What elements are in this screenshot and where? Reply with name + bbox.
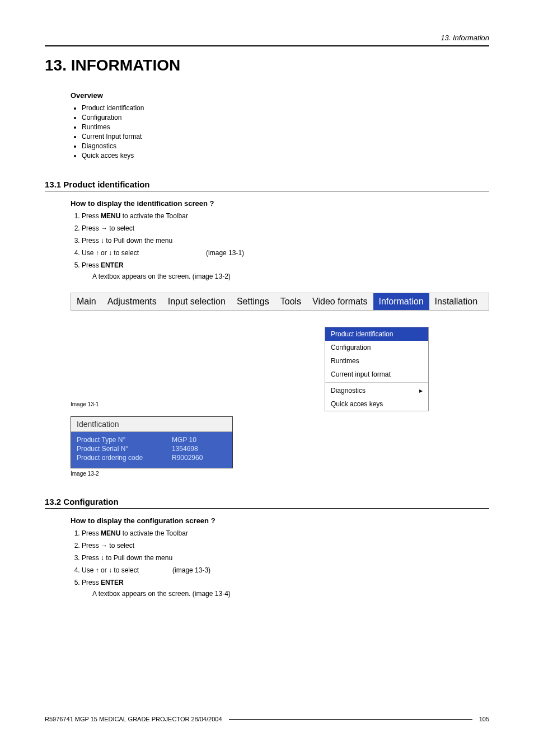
image-caption-13-2: Image 13-2 [71, 471, 489, 477]
id-value: MGP 10 [172, 436, 196, 444]
menu-item-tools[interactable]: Tools [275, 293, 307, 310]
overview-list: Product identification Configuration Run… [71, 104, 489, 159]
dialog-title: Identfication [71, 417, 232, 432]
step: Press ↓ to Pull down the menu [82, 554, 489, 562]
menu-item-video-formats[interactable]: Video formats [307, 293, 373, 310]
footer-doc-ref: R5976741 MGP 15 MEDICAL GRADE PROJECTOR … [45, 716, 222, 722]
step: Use ↑ or ↓ to select(image 13-1) [82, 249, 489, 257]
step-note: A textbox appears on the screen. (image … [92, 590, 489, 598]
list-item: Runtimes [82, 123, 489, 131]
list-item: Configuration [82, 114, 489, 121]
id-label: Product ordering code [77, 454, 172, 462]
dropdown-separator [325, 382, 428, 383]
list-item: Current Input format [82, 133, 489, 140]
overview-heading: Overview [71, 91, 489, 100]
id-value: R9002960 [172, 454, 203, 462]
menu-screenshot: Main Adjustments Input selection Setting… [71, 293, 489, 399]
step-note: A textbox appears on the screen. (image … [92, 273, 489, 280]
step: Press ENTER A textbox appears on the scr… [82, 261, 489, 280]
id-row: Product ordering codeR9002960 [71, 453, 232, 462]
menu-item-information[interactable]: Information [373, 293, 429, 310]
dropdown-item-diagnostics[interactable]: Diagnostics▸ [325, 384, 428, 397]
howto-heading: How to display the identification screen… [71, 199, 489, 208]
page-footer: R5976741 MGP 15 MEDICAL GRADE PROJECTOR … [45, 716, 489, 722]
step: Press MENU to activate the Toolbar [82, 212, 489, 220]
chevron-right-icon: ▸ [419, 387, 423, 395]
id-row: Product Serial N°1354698 [71, 444, 232, 453]
menu-item-adjustments[interactable]: Adjustments [102, 293, 162, 310]
menu-item-settings[interactable]: Settings [231, 293, 275, 310]
step: Use ↑ or ↓ to select(image 13-3) [82, 566, 489, 574]
menu-bar: Main Adjustments Input selection Setting… [71, 293, 489, 311]
menu-item-input-selection[interactable]: Input selection [162, 293, 231, 310]
section-heading-13-2: 13.2 Configuration [45, 497, 489, 509]
header-section-ref: 13. Information [45, 34, 489, 46]
id-value: 1354698 [172, 445, 198, 453]
chapter-title: 13. INFORMATION [45, 57, 489, 74]
footer-page-number: 105 [479, 716, 489, 722]
step: Press MENU to activate the Toolbar [82, 529, 489, 537]
id-label: Product Serial N° [77, 445, 172, 453]
steps-list: Press MENU to activate the Toolbar Press… [71, 212, 489, 280]
steps-list: Press MENU to activate the Toolbar Press… [71, 529, 489, 598]
footer-rule [229, 719, 472, 720]
howto-heading: How to display the configuration screen … [71, 516, 489, 525]
menu-item-main[interactable]: Main [71, 293, 102, 310]
dropdown-item-configuration[interactable]: Configuration [325, 341, 428, 354]
list-item: Quick acces keys [82, 152, 489, 159]
dropdown-item-product-identification[interactable]: Product identification [325, 327, 428, 341]
id-row: Product Type N°MGP 10 [71, 435, 232, 444]
id-label: Product Type N° [77, 436, 172, 444]
step: Press → to select [82, 224, 489, 232]
step: Press → to select [82, 542, 489, 550]
step: Press ↓ to Pull down the menu [82, 237, 489, 245]
dropdown-information: Product identification Configuration Run… [325, 327, 429, 411]
step: Press ENTER A textbox appears on the scr… [82, 579, 489, 598]
menu-item-installation[interactable]: Installation [429, 293, 484, 310]
list-item: Product identification [82, 104, 489, 112]
section-heading-13-1: 13.1 Product identification [45, 180, 489, 191]
dropdown-item-quick-acces-keys[interactable]: Quick acces keys [325, 397, 428, 411]
list-item: Diagnostics [82, 142, 489, 150]
identification-dialog: Identfication Product Type N°MGP 10 Prod… [71, 416, 233, 468]
dropdown-item-runtimes[interactable]: Runtimes [325, 354, 428, 368]
dropdown-item-current-input-format[interactable]: Current input format [325, 368, 428, 381]
